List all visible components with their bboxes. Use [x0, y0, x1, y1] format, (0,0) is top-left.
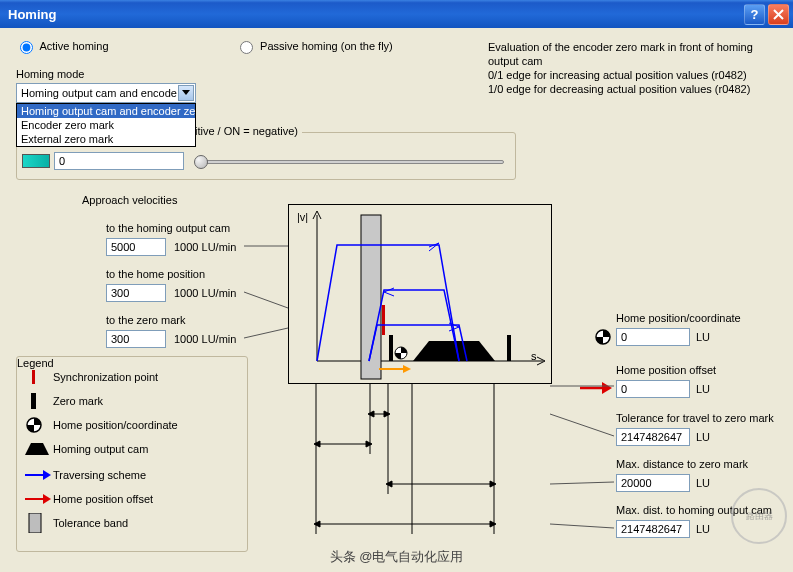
home-velocity-input[interactable]: 300 [106, 284, 166, 302]
homing-mode-label: Homing mode [16, 68, 84, 80]
blue-arrow-icon [25, 469, 51, 481]
zero-velocity-input[interactable]: 300 [106, 330, 166, 348]
attribution-text: 头条 @电气自动化应用 [0, 548, 793, 566]
passive-homing-label: Passive homing (on the fly) [260, 40, 393, 52]
passive-homing-input[interactable] [240, 41, 253, 54]
zero-velocity-value: 300 [111, 333, 129, 345]
legend-home: Home position/coordinate [25, 415, 178, 435]
red-arrow-icon [25, 493, 51, 505]
legend-box: Legend Synchronization point Zero mark H… [16, 356, 248, 552]
max-cam-value: 2147482647 [621, 523, 682, 535]
legend-cam: Homing output cam [25, 439, 148, 459]
svg-rect-9 [389, 335, 393, 361]
max-zero-input[interactable]: 20000 [616, 474, 690, 492]
approach-title: Approach velocities [82, 194, 177, 206]
info-line-3: 1/0 edge for decreasing actual position … [488, 82, 785, 96]
close-button[interactable] [768, 4, 789, 25]
start-direction-value: 0 [59, 155, 65, 167]
svg-rect-1 [31, 393, 36, 409]
dialog-content: Active homing Passive homing (on the fly… [0, 28, 793, 572]
legend-tol: Tolerance band [25, 513, 128, 533]
param-connector-lines [550, 384, 616, 544]
cam-velocity-value: 5000 [111, 241, 135, 253]
tol-input[interactable]: 2147482647 [616, 428, 690, 446]
home-velocity-label: to the home position [106, 268, 205, 280]
max-zero-label: Max. distance to zero mark [616, 458, 748, 470]
info-line-1: Evaluation of the encoder zero mark in f… [488, 40, 785, 68]
svg-rect-11 [382, 305, 385, 335]
watermark-text: 路由器 [746, 510, 773, 523]
zero-mark-icon [25, 393, 45, 409]
home-velocity-value: 300 [111, 287, 129, 299]
passive-homing-radio[interactable]: Passive homing (on the fly) [240, 40, 393, 54]
chevron-down-icon [182, 90, 190, 96]
max-cam-input[interactable]: 2147482647 [616, 520, 690, 538]
tol-unit: LU [696, 431, 710, 443]
home-pos-label: Home position/coordinate [616, 312, 741, 324]
dropdown-option-0[interactable]: Homing output cam and encoder ze [17, 104, 195, 118]
x-axis-label: s [531, 350, 537, 362]
home-off-input[interactable]: 0 [616, 380, 690, 398]
home-off-label: Home position offset [616, 364, 716, 376]
active-homing-label: Active homing [39, 40, 108, 52]
home-off-unit: LU [696, 383, 710, 395]
start-direction-input[interactable]: 0 [54, 152, 184, 170]
zero-velocity-label: to the zero mark [106, 314, 185, 326]
tol-label: Tolerance for travel to zero mark [616, 412, 774, 424]
slider-thumb[interactable] [194, 155, 208, 169]
svg-rect-10 [507, 335, 511, 361]
homing-mode-dropdown[interactable]: Homing output cam and encoder ze Encoder… [16, 103, 196, 147]
combo-arrow-button[interactable] [178, 85, 194, 101]
dropdown-option-1[interactable]: Encoder zero mark [17, 118, 195, 132]
start-direction-toggle[interactable] [22, 154, 50, 168]
home-pos-value: 0 [621, 331, 627, 343]
cam-velocity-unit: 1000 LU/min [174, 241, 236, 253]
svg-line-24 [244, 292, 288, 308]
homing-diagram: |v| s [288, 204, 552, 384]
active-homing-input[interactable] [20, 41, 33, 54]
sync-point-icon [25, 369, 45, 385]
home-position-icon [25, 416, 45, 434]
svg-line-25 [244, 328, 288, 338]
dropdown-option-2[interactable]: External zero mark [17, 132, 195, 146]
svg-line-30 [550, 482, 614, 484]
home-off-value: 0 [621, 383, 627, 395]
diagram-svg [289, 205, 553, 385]
watermark-badge: 路由器 [731, 488, 787, 544]
max-cam-unit: LU [696, 523, 710, 535]
tol-value: 2147482647 [621, 431, 682, 443]
encoder-info: Evaluation of the encoder zero mark in f… [488, 40, 785, 96]
home-pos-unit: LU [696, 331, 710, 343]
homing-mode-selected: Homing output cam and encode [21, 87, 177, 99]
homing-mode-combo[interactable]: Homing output cam and encode [16, 83, 196, 103]
legend-sync: Synchronization point [25, 367, 158, 387]
cam-icon [25, 441, 49, 457]
titlebar: Homing ? [0, 0, 793, 28]
max-zero-value: 20000 [621, 477, 652, 489]
tolerance-icon [25, 513, 45, 533]
svg-line-29 [550, 414, 614, 436]
window-title: Homing [8, 7, 56, 22]
svg-rect-0 [32, 370, 35, 384]
legend-zero: Zero mark [25, 391, 103, 411]
legend-offset: Home position offset [25, 489, 153, 509]
cam-velocity-input[interactable]: 5000 [106, 238, 166, 256]
legend-trav: Traversing scheme [25, 465, 146, 485]
start-direction-slider[interactable] [196, 160, 504, 164]
home-velocity-unit: 1000 LU/min [174, 287, 236, 299]
info-line-2: 0/1 edge for increasing actual position … [488, 68, 785, 82]
svg-line-31 [550, 524, 614, 528]
cam-velocity-label: to the homing output cam [106, 222, 230, 234]
svg-rect-5 [29, 513, 41, 533]
dimension-lines [288, 384, 552, 544]
help-button[interactable]: ? [744, 4, 765, 25]
y-axis-label: |v| [297, 211, 308, 223]
active-homing-radio[interactable]: Active homing [20, 40, 109, 54]
home-pos-input[interactable]: 0 [616, 328, 690, 346]
max-zero-unit: LU [696, 477, 710, 489]
home-position-icon-2 [594, 328, 612, 346]
zero-velocity-unit: 1000 LU/min [174, 333, 236, 345]
connector-lines [244, 228, 304, 368]
